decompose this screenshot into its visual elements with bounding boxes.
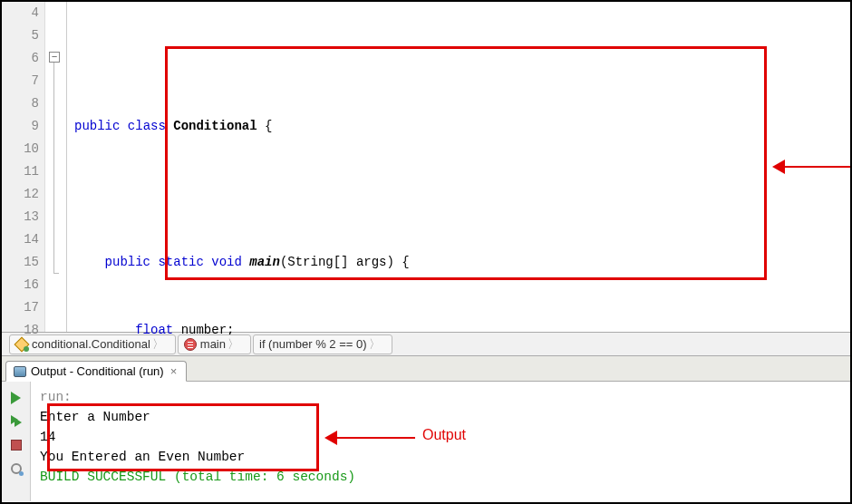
line-number: 7 [2, 70, 39, 92]
output-line: 14 [40, 430, 55, 444]
output-icon [14, 366, 26, 377]
breadcrumb-label: main [200, 337, 226, 351]
line-number: 14 [2, 228, 39, 251]
breadcrumb-class[interactable]: conditional.Conditional 〉 [9, 334, 176, 354]
annotation-label-output: Output [422, 427, 466, 443]
line-number: 6 [2, 47, 39, 70]
breadcrumb-statement[interactable]: if (number % 2 == 0) 〉 [253, 334, 392, 354]
line-number: 5 [2, 24, 39, 47]
breadcrumb-method[interactable]: main 〉 [178, 334, 251, 354]
fold-guide-end [53, 273, 59, 274]
method-icon [184, 338, 197, 351]
fold-toggle[interactable]: − [49, 52, 60, 63]
code-editor: 4 5 6 7 8 9 10 11 12 13 14 15 16 17 18 −… [2, 2, 850, 333]
line-number: 17 [2, 296, 39, 319]
line-number: 8 [2, 92, 39, 115]
output-line: Enter a Number [40, 410, 150, 424]
rerun-last-button[interactable] [5, 411, 27, 432]
close-icon[interactable]: × [169, 364, 179, 378]
chevron-icon: 〉 [228, 336, 239, 353]
chevron-icon: 〉 [369, 336, 381, 353]
line-number: 16 [2, 274, 39, 296]
play-icon [11, 392, 21, 404]
line-number: 12 [2, 183, 39, 206]
code-text-area[interactable]: public class Conditional { public static… [67, 2, 850, 332]
line-number: 13 [2, 206, 39, 228]
output-tab[interactable]: Output - Conditional (run) × [5, 361, 187, 382]
chevron-icon: 〉 [152, 336, 164, 353]
line-number: 15 [2, 251, 39, 274]
output-build-line: BUILD SUCCESSFUL (total time: 6 seconds) [40, 470, 355, 484]
stop-button[interactable] [5, 434, 27, 456]
line-number: 9 [2, 115, 39, 138]
annotation-box-code [165, 46, 767, 280]
output-line: You Entered an Even Number [40, 450, 245, 464]
fold-gutter: − [45, 2, 67, 332]
annotation-arrow-code [772, 158, 852, 176]
code-line [74, 183, 850, 206]
settings-icon [10, 462, 23, 475]
line-number: 4 [2, 2, 39, 24]
line-number: 11 [2, 160, 39, 183]
line-number-gutter: 4 5 6 7 8 9 10 11 12 13 14 15 16 17 18 [2, 2, 45, 332]
breadcrumb-label: conditional.Conditional [32, 337, 150, 351]
output-tab-title: Output - Conditional (run) [31, 364, 164, 378]
output-line: run: [40, 390, 72, 404]
settings-button[interactable] [5, 458, 27, 480]
code-line: public static void main(String[] args) { [74, 251, 850, 274]
class-icon [15, 338, 28, 351]
code-line: public class Conditional { [74, 115, 850, 138]
output-toolbar [2, 382, 31, 501]
double-play-icon [11, 415, 21, 428]
stop-icon [11, 440, 22, 451]
line-number: 10 [2, 138, 39, 160]
output-panel: run: Enter a Number 14 You Entered an Ev… [2, 382, 850, 501]
rerun-button[interactable] [5, 387, 27, 409]
breadcrumb-label: if (number % 2 == 0) [259, 337, 367, 351]
code-line [74, 47, 850, 70]
fold-guide [53, 63, 54, 273]
